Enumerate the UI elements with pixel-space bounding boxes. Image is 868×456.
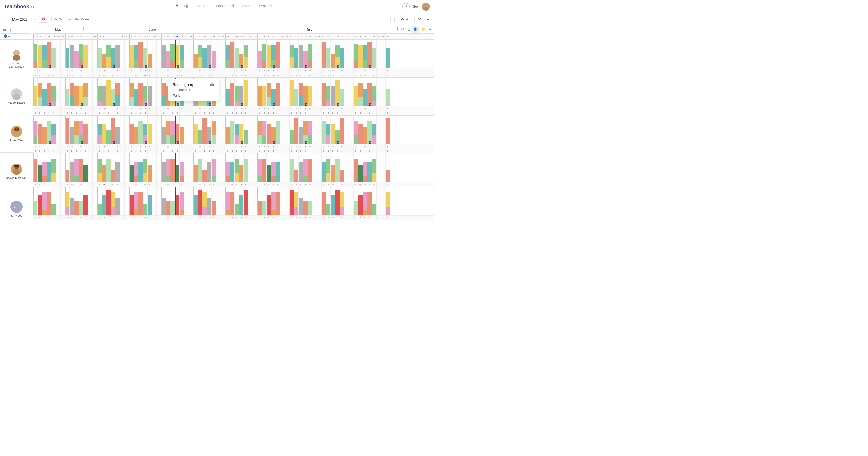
bar-col[interactable] <box>230 187 235 215</box>
bar-col[interactable] <box>157 40 161 68</box>
bar-col[interactable] <box>331 187 335 215</box>
bar-col[interactable] <box>271 187 276 215</box>
bar-col[interactable] <box>299 78 303 106</box>
bar-col[interactable] <box>152 40 157 68</box>
bar-col[interactable] <box>212 153 216 182</box>
bar-col[interactable] <box>235 187 239 215</box>
bar-col[interactable] <box>193 40 198 68</box>
bar-col[interactable] <box>198 116 203 144</box>
bar-col[interactable] <box>271 153 276 182</box>
bar-col[interactable]: R <box>367 40 372 68</box>
bar-col[interactable] <box>363 153 367 182</box>
bar-col[interactable] <box>189 187 193 215</box>
bar-col[interactable]: R <box>47 78 52 106</box>
bar-col[interactable] <box>317 187 321 215</box>
bar-col[interactable] <box>129 153 134 182</box>
bar-col[interactable] <box>216 153 221 182</box>
bar-col[interactable] <box>376 187 381 215</box>
bar-col[interactable] <box>125 40 129 68</box>
bar-col[interactable] <box>184 116 189 144</box>
bar-col[interactable] <box>102 116 106 144</box>
bar-col[interactable]: R <box>207 40 212 68</box>
bar-col[interactable] <box>116 153 120 182</box>
bar-col[interactable] <box>386 116 390 144</box>
bar-col[interactable] <box>116 116 120 144</box>
bar-col[interactable] <box>170 153 175 182</box>
bar-col[interactable] <box>88 40 93 68</box>
bar-col[interactable] <box>212 116 216 144</box>
bar-col[interactable] <box>308 40 312 68</box>
next-button[interactable]: › <box>32 16 37 22</box>
bar-col[interactable]: R <box>207 116 212 144</box>
bar-col[interactable] <box>235 78 239 106</box>
bar-col[interactable] <box>294 78 299 106</box>
bar-col[interactable] <box>321 116 326 144</box>
bar-col[interactable] <box>203 153 207 182</box>
bar-col[interactable] <box>116 187 120 215</box>
bar-col[interactable] <box>65 153 70 182</box>
bar-col[interactable] <box>253 78 257 106</box>
bar-col[interactable] <box>299 153 303 182</box>
bar-col[interactable] <box>225 40 230 68</box>
bar-col[interactable] <box>344 116 349 144</box>
bar-col[interactable] <box>88 153 93 182</box>
person-view-btn[interactable]: 👤 <box>412 27 419 33</box>
bar-col[interactable] <box>189 40 193 68</box>
bar-col[interactable] <box>52 153 56 182</box>
bar-col[interactable] <box>106 78 111 106</box>
bar-col[interactable] <box>248 78 253 106</box>
bar-col[interactable] <box>326 187 331 215</box>
bar-col[interactable] <box>349 187 353 215</box>
bar-col[interactable] <box>294 40 299 68</box>
nav-planning[interactable]: Planning <box>175 4 188 9</box>
bar-col[interactable]: R <box>79 40 84 68</box>
bar-col[interactable] <box>97 78 102 106</box>
bar-col[interactable] <box>276 116 280 144</box>
bar-col[interactable] <box>285 40 289 68</box>
bar-col[interactable] <box>38 40 42 68</box>
bar-col[interactable] <box>134 116 138 144</box>
bar-col[interactable] <box>97 153 102 182</box>
bar-col[interactable] <box>47 153 52 182</box>
bar-col[interactable] <box>129 116 134 144</box>
bar-col[interactable] <box>367 153 372 182</box>
bar-col[interactable]: R <box>239 40 244 68</box>
bar-col[interactable]: R <box>111 40 116 68</box>
bar-col[interactable] <box>230 153 235 182</box>
bar-col[interactable] <box>381 153 386 182</box>
bar-col[interactable] <box>148 40 152 68</box>
bar-col[interactable] <box>189 153 193 182</box>
bar-col[interactable] <box>88 78 93 106</box>
bar-col[interactable] <box>93 78 97 106</box>
bar-col[interactable] <box>170 187 175 215</box>
bar-col[interactable] <box>166 116 170 144</box>
bar-col[interactable] <box>180 153 184 182</box>
bar-col[interactable] <box>198 187 203 215</box>
bar-col[interactable] <box>289 187 294 215</box>
bar-col[interactable] <box>134 40 138 68</box>
bar-col[interactable] <box>321 78 326 106</box>
bar-col[interactable] <box>161 78 166 106</box>
bar-col[interactable] <box>353 153 358 182</box>
bar-col[interactable] <box>93 153 97 182</box>
bar-col[interactable]: R <box>175 40 180 68</box>
bar-col[interactable] <box>170 116 175 144</box>
bar-col[interactable]: R <box>175 116 180 144</box>
bar-col[interactable] <box>42 116 47 144</box>
bar-col[interactable] <box>303 153 308 182</box>
bar-col[interactable] <box>244 78 248 106</box>
bar-col[interactable] <box>372 78 376 106</box>
bar-col[interactable] <box>56 116 61 144</box>
bar-col[interactable] <box>294 153 299 182</box>
bar-col[interactable] <box>102 78 106 106</box>
bar-col[interactable] <box>33 153 38 182</box>
nav-actuals[interactable]: Actuals <box>196 4 208 9</box>
bar-col[interactable] <box>225 153 230 182</box>
bar-col[interactable] <box>148 78 152 106</box>
bar-col[interactable] <box>386 78 390 106</box>
bar-col[interactable] <box>180 116 184 144</box>
bar-col[interactable] <box>358 116 363 144</box>
bar-col[interactable] <box>102 153 106 182</box>
bar-col[interactable] <box>143 187 148 215</box>
bar-col[interactable]: R <box>143 40 148 68</box>
